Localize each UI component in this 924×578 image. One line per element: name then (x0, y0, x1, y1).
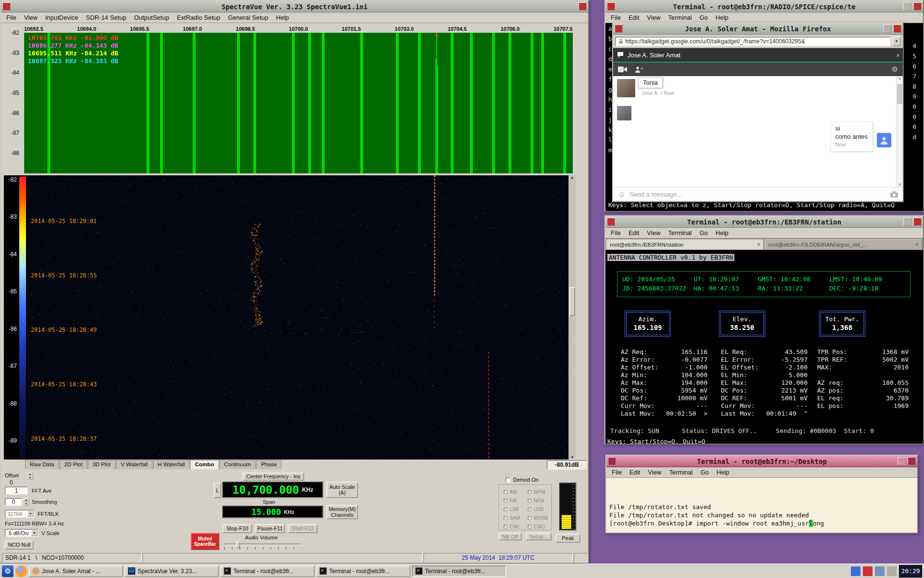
close-tab-icon[interactable]: × (915, 241, 919, 248)
menu-item[interactable]: SDR-14 Setup (82, 13, 130, 22)
tray-icon[interactable] (863, 566, 873, 576)
menu-item[interactable]: File (607, 228, 625, 237)
menu-item[interactable]: OutputSetup (130, 13, 173, 22)
terminal-titlebar[interactable]: Terminal - root@eb3frn:/EB3FRN/station (605, 216, 923, 228)
pause-button[interactable]: Pause-F11 (255, 524, 285, 533)
smoothing-stepper[interactable]: ▲▼ (23, 498, 29, 506)
taskbar-window-button[interactable]: Jose A. Soler Amat - ... (29, 565, 123, 577)
video-call-icon[interactable] (618, 66, 627, 72)
menu-item[interactable]: Help (712, 13, 732, 22)
demod-mode-radio[interactable]: USB (527, 505, 548, 513)
radio-icon[interactable] (503, 525, 508, 529)
menu-item[interactable]: Edit (625, 13, 643, 22)
menu-item[interactable]: Help (272, 13, 293, 22)
close-tab-icon[interactable]: × (757, 241, 760, 248)
menu-item[interactable]: ExtRadio Setup (173, 13, 224, 22)
menu-item[interactable]: Terminal (665, 468, 696, 477)
auto-scale-button[interactable]: Auto Scale (A) (326, 482, 358, 498)
firefox-titlebar[interactable]: Jose A. Soler Amat - Mozilla Firefox (613, 23, 903, 35)
display-tab[interactable]: Raw Data (25, 460, 59, 469)
close-icon[interactable] (893, 25, 901, 33)
firefox-launcher-icon[interactable] (15, 565, 27, 577)
close-icon[interactable] (615, 25, 623, 33)
url-dropdown-button[interactable]: ▼ (892, 37, 901, 46)
menu-item[interactable]: File (608, 468, 626, 477)
radio-icon[interactable] (527, 499, 532, 503)
fft-ave-input[interactable]: 1 (5, 486, 28, 495)
display-tab[interactable]: H Waterfall (153, 460, 190, 469)
camera-icon[interactable] (890, 191, 898, 197)
avatar[interactable] (617, 106, 631, 120)
radio-icon[interactable] (503, 490, 508, 494)
offset-stepper[interactable]: ▲▼ (27, 472, 33, 480)
terminal-screen[interactable]: File /tmp/rotator.txt saved File /tmp/ro… (606, 478, 917, 533)
setup-button[interactable]: Setup... (526, 533, 552, 540)
vscale-select[interactable]: .5 dB/Div▼ (5, 529, 38, 537)
scroll-down-icon[interactable]: ▼ (570, 455, 574, 460)
terminal-titlebar[interactable]: Terminal - root@eb3frn:~/Desktop (606, 456, 917, 467)
display-tab[interactable]: 2D Plot (60, 460, 88, 469)
radio-icon[interactable] (527, 525, 532, 529)
menu-item[interactable]: File (607, 13, 625, 22)
waterfall-display[interactable]: 2014-05-25 18:29:012014-05-25 18:28:5520… (27, 175, 568, 460)
gear-icon[interactable]: ⚙ (892, 65, 898, 74)
menu-item[interactable]: Go (696, 468, 712, 477)
close-icon[interactable] (607, 218, 615, 226)
spectravue-titlebar[interactable]: SpectraVue Ver. 3.23 SpectraVue1.ini (1, 1, 588, 13)
menu-item[interactable]: Help (712, 228, 732, 237)
taskbar-window-button[interactable]: SpectraVue Ver. 3.23... (125, 565, 219, 577)
display-tab[interactable]: 3D Plot (88, 460, 116, 469)
memory-channels-button[interactable]: Memory(M) Channels (326, 505, 358, 519)
scroll-down-icon[interactable]: ▼ (898, 183, 902, 187)
menu-item[interactable]: Terminal (664, 13, 695, 22)
radio-icon[interactable] (503, 507, 508, 512)
demod-mode-radio[interactable]: LSB (503, 505, 520, 513)
display-tab[interactable]: Continuum (219, 460, 256, 469)
avatar[interactable] (617, 79, 635, 97)
taskbar-window-button[interactable]: Terminal - root@eb3fr... (412, 565, 506, 577)
terminal-tab[interactable]: root@eb3frn:/EB3FRN/station× (606, 239, 764, 250)
radio-icon[interactable] (527, 507, 532, 512)
demod-mode-radio[interactable]: CWL (503, 522, 520, 531)
display-tab[interactable]: V Waterfall (116, 460, 153, 469)
terminal-titlebar[interactable]: Terminal - root@eb3frn:/RADIO/SPICE/cspi… (605, 1, 923, 13)
taskbar-window-button[interactable]: Terminal - root@eb3fr... (220, 565, 315, 577)
maximize-icon[interactable] (903, 2, 911, 11)
menu-item[interactable]: Edit (625, 228, 643, 237)
demod-on-checkbox[interactable]: Demod On (505, 477, 539, 483)
radio-icon[interactable] (503, 516, 508, 520)
demod-mode-radio[interactable]: CWU (527, 522, 548, 531)
spectrum-display[interactable]: 10703.781 KHz -82.000 dB10696.277 KHz -8… (24, 33, 573, 173)
message-input[interactable]: Send a message... (629, 191, 886, 198)
radio-icon[interactable] (527, 490, 532, 494)
menu-item[interactable]: Help (713, 468, 733, 477)
menu-item[interactable]: Go (695, 228, 711, 237)
scrollbar-thumb[interactable] (897, 84, 902, 104)
close-icon[interactable] (578, 2, 587, 11)
close-icon[interactable] (908, 457, 916, 465)
menu-item[interactable]: File (2, 13, 20, 22)
menu-item[interactable]: Terminal (664, 228, 695, 237)
close-icon[interactable] (913, 218, 922, 226)
maximize-icon[interactable] (898, 457, 906, 465)
start-menu-icon[interactable]: ⚙ (2, 565, 13, 577)
center-frequency-display[interactable]: 10,700.000 KHz (222, 482, 323, 498)
close-icon[interactable] (913, 2, 922, 11)
display-tab[interactable]: Combo (190, 460, 219, 469)
demod-mode-radio[interactable]: NFM (527, 496, 548, 505)
scrollbar-thumb[interactable] (569, 287, 575, 316)
radio-icon[interactable] (503, 499, 508, 503)
close-icon[interactable] (607, 2, 615, 11)
expand-chevron-icon[interactable]: › (897, 51, 899, 59)
muted-button[interactable]: Muted SpaceBar (191, 533, 219, 550)
chat-scrollbar[interactable]: ▲▼ (896, 76, 903, 187)
add-person-icon[interactable] (635, 66, 643, 73)
scroll-up-icon[interactable]: ▲ (570, 175, 574, 180)
chevron-down-icon[interactable]: ▼ (31, 530, 38, 536)
menu-item[interactable]: View (643, 13, 664, 22)
checkbox-icon[interactable] (505, 477, 511, 483)
span-display[interactable]: 15.000 KHz (222, 506, 323, 518)
menu-item[interactable]: InputDevice (41, 13, 82, 22)
menu-item[interactable]: View (643, 228, 664, 237)
smoothing-input[interactable]: 0 (5, 498, 22, 506)
